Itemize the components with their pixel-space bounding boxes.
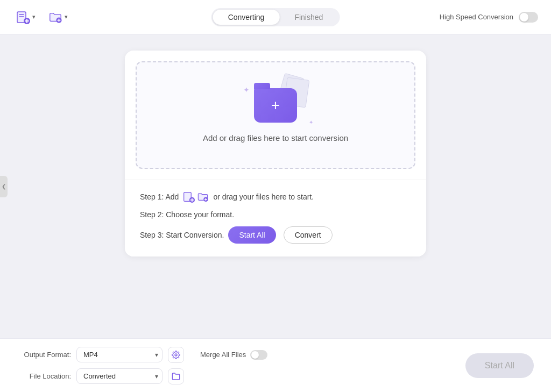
main-card: + ✦ ✦ Add or drag files here to start co… xyxy=(125,51,426,256)
tab-group: Converting Finished xyxy=(211,8,340,26)
collapse-icon: ❮ xyxy=(2,183,6,189)
sparkle-1: ✦ xyxy=(243,85,250,94)
step1-file-icon[interactable] xyxy=(183,191,195,203)
tab-finished[interactable]: Finished xyxy=(279,10,338,25)
add-folder-dropdown-arrow: ▾ xyxy=(65,13,68,20)
add-file-icon xyxy=(16,10,30,24)
merge-label: Merge All Files xyxy=(200,351,246,359)
output-format-select[interactable]: MP4 MKV AVI MOV MP3 xyxy=(76,347,163,362)
folder-open-icon xyxy=(172,372,180,381)
step3-prefix: Step 3: Start Conversion. xyxy=(140,231,224,239)
folder-plus-icon: + xyxy=(271,98,280,113)
steps-section: Step 1: Add xyxy=(125,180,426,256)
step1-folder-icon[interactable] xyxy=(197,191,209,203)
add-file-dropdown-arrow: ▾ xyxy=(32,13,36,20)
drop-prompt: Add or drag files here to start conversi… xyxy=(203,133,348,142)
high-speed-toggle[interactable] xyxy=(519,12,538,23)
file-location-label: File Location: xyxy=(17,372,71,380)
output-format-label: Output Format: xyxy=(17,351,71,359)
tab-converting[interactable]: Converting xyxy=(213,10,280,25)
output-format-select-wrap: MP4 MKV AVI MOV MP3 ▾ xyxy=(76,347,163,362)
sparkle-2: ✦ xyxy=(309,119,313,125)
header-left: ▾ ▾ xyxy=(13,8,71,26)
header-right: High Speed Conversion xyxy=(440,12,538,23)
output-format-row: Output Format: MP4 MKV AVI MOV MP3 ▾ xyxy=(17,347,465,363)
convert-button[interactable]: Convert xyxy=(284,226,333,244)
settings-icon xyxy=(172,351,180,359)
file-location-select[interactable]: Converted Desktop Downloads Custom... xyxy=(76,368,163,384)
file-location-browse-btn[interactable] xyxy=(168,368,184,384)
add-folder-icon xyxy=(48,10,62,24)
toggle-knob xyxy=(520,13,528,22)
merge-toggle-knob xyxy=(251,351,259,359)
header: ▾ ▾ Converting Finished High Speed Conve… xyxy=(0,0,551,34)
svg-point-16 xyxy=(175,354,177,356)
add-file-button[interactable]: ▾ xyxy=(13,8,39,26)
step1-prefix: Step 1: Add xyxy=(140,193,179,201)
step2-text: Step 2: Choose your format. xyxy=(140,210,234,219)
file-location-row: File Location: Converted Desktop Downloa… xyxy=(17,368,465,384)
footer-start-all-button[interactable]: Start All xyxy=(465,353,534,378)
footer-fields: Output Format: MP4 MKV AVI MOV MP3 ▾ xyxy=(17,347,465,384)
merge-section: Merge All Files xyxy=(200,350,267,360)
step-3-row: Step 3: Start Conversion. Start All Conv… xyxy=(140,226,411,244)
folder-illustration: + ✦ ✦ xyxy=(254,88,297,123)
folder-tab xyxy=(254,83,270,89)
step1-icons xyxy=(183,191,209,203)
high-speed-label: High Speed Conversion xyxy=(440,13,513,21)
output-format-settings-btn[interactable] xyxy=(168,347,184,363)
file-location-select-wrap: Converted Desktop Downloads Custom... ▾ xyxy=(76,368,163,384)
add-folder-button[interactable]: ▾ xyxy=(45,8,71,26)
drop-zone[interactable]: + ✦ ✦ Add or drag files here to start co… xyxy=(136,61,415,169)
main-area: ❮ + ✦ ✦ Add or drag files here to start … xyxy=(0,34,551,338)
step1-suffix: or drag your files here to start. xyxy=(213,193,314,201)
folder-main: + xyxy=(254,88,297,123)
footer: Output Format: MP4 MKV AVI MOV MP3 ▾ xyxy=(0,338,551,392)
step-1-row: Step 1: Add xyxy=(140,191,411,203)
start-all-button[interactable]: Start All xyxy=(228,226,276,244)
step-2-row: Step 2: Choose your format. xyxy=(140,210,411,219)
merge-toggle[interactable] xyxy=(250,350,267,360)
collapse-handle[interactable]: ❮ xyxy=(0,176,8,197)
